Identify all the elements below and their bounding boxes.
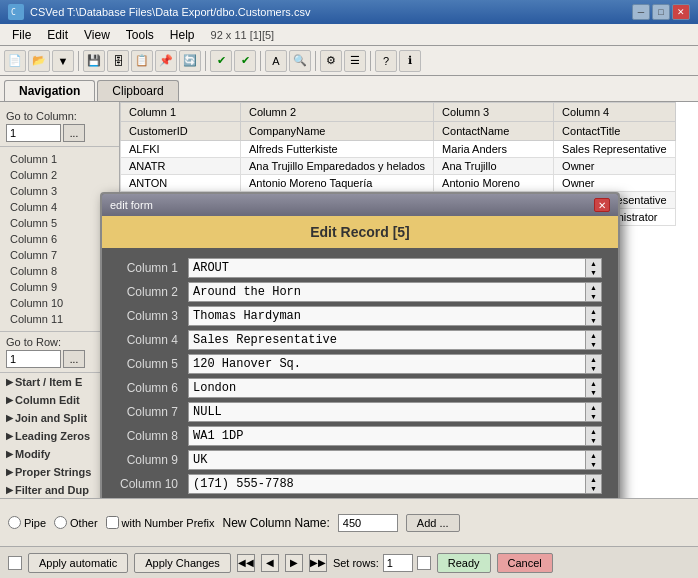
edit-input-wrap-2: ▲▼ [188, 282, 602, 302]
edit-spin-2[interactable]: ▲▼ [586, 282, 602, 302]
status-set-rows-input[interactable] [383, 554, 413, 572]
tab-clipboard[interactable]: Clipboard [97, 80, 178, 101]
new-column-name-input[interactable] [338, 514, 398, 532]
col-header-1[interactable]: Column 1 [121, 103, 241, 122]
section-proper-strings-label: Proper Strings [15, 466, 91, 478]
cell-1-1: ALFKI [121, 141, 241, 158]
paste-button[interactable]: 📌 [155, 50, 177, 72]
goto-column-input[interactable] [6, 124, 61, 142]
edit-input-wrap-9: ▲▼ [188, 450, 602, 470]
edit-spin-9[interactable]: ▲▼ [586, 450, 602, 470]
edit-spin-10[interactable]: ▲▼ [586, 474, 602, 494]
save2-button[interactable]: 🗄 [107, 50, 129, 72]
goto-column-button[interactable]: ... [63, 124, 85, 142]
info-button[interactable]: ℹ [399, 50, 421, 72]
window-controls: ─ □ ✕ [632, 4, 690, 20]
edit-input-2[interactable] [188, 282, 586, 302]
pipe-radio[interactable] [8, 516, 21, 529]
menu-help[interactable]: Help [162, 26, 203, 44]
status-apply-auto-button[interactable]: Apply automatic [28, 553, 128, 573]
number-prefix-checkbox[interactable] [106, 516, 119, 529]
goto-row-button[interactable]: ... [63, 350, 85, 368]
section-start-label: Start / Item E [15, 376, 82, 388]
edit-dialog-close-button[interactable]: ✕ [594, 198, 610, 212]
add-button[interactable]: Add ... [406, 514, 460, 532]
table-row: ALFKI Alfreds Futterkiste Maria Anders S… [121, 141, 676, 158]
toolbar-sep-1 [78, 51, 79, 71]
goto-row-input[interactable] [6, 350, 61, 368]
edit-input-7[interactable] [188, 402, 586, 422]
edit-input-4[interactable] [188, 330, 586, 350]
status-set-rows-group: Set rows: [333, 554, 431, 572]
edit-field-row-7: Column 7 ▲▼ [118, 402, 602, 422]
refresh-button[interactable]: 🔄 [179, 50, 201, 72]
column-list-item-2[interactable]: Column 2 [0, 167, 119, 183]
status-nav-first[interactable]: ◀◀ [237, 554, 255, 572]
edit-spin-5[interactable]: ▲▼ [586, 354, 602, 374]
row-header-row: CustomerID CompanyName ContactName Conta… [121, 122, 676, 141]
main-area: Go to Column: ... Column 1 Column 2 Colu… [0, 102, 698, 522]
edit-input-6[interactable] [188, 378, 586, 398]
menu-view[interactable]: View [76, 26, 118, 44]
status-ready-button[interactable]: Ready [437, 553, 491, 573]
edit-input-10[interactable] [188, 474, 586, 494]
other-radio[interactable] [54, 516, 67, 529]
cell-3-1: ANTON [121, 175, 241, 192]
edit-spin-4[interactable]: ▲▼ [586, 330, 602, 350]
menu-tools[interactable]: Tools [118, 26, 162, 44]
edit-spin-6[interactable]: ▲▼ [586, 378, 602, 398]
list-button[interactable]: ☰ [344, 50, 366, 72]
status-nav-next[interactable]: ▶ [285, 554, 303, 572]
column-list-item-1[interactable]: Column 1 [0, 151, 119, 167]
menu-edit[interactable]: Edit [39, 26, 76, 44]
check-button[interactable]: ✔ [210, 50, 232, 72]
edit-input-3[interactable] [188, 306, 586, 326]
status-auto-checkbox[interactable] [8, 556, 22, 570]
col-header-2[interactable]: Column 2 [241, 103, 434, 122]
open-dropdown-button[interactable]: ▼ [52, 50, 74, 72]
edit-input-1[interactable] [188, 258, 586, 278]
row-header-1: CustomerID [121, 122, 241, 141]
goto-row-input-row: ... [6, 350, 113, 368]
search-button[interactable]: 🔍 [289, 50, 311, 72]
status-nav-last[interactable]: ▶▶ [309, 554, 327, 572]
help-button[interactable]: ? [375, 50, 397, 72]
arrow-join-split: ▶ [6, 413, 13, 423]
goto-column-label: Go to Column: [6, 110, 113, 122]
toolbar: 📄 📂 ▼ 💾 🗄 📋 📌 🔄 ✔ ✔ A 🔍 ⚙ ☰ ? ℹ [0, 46, 698, 76]
status-cancel-button[interactable]: Cancel [497, 553, 553, 573]
new-button[interactable]: 📄 [4, 50, 26, 72]
row-header-4: ContactTitle [554, 122, 676, 141]
edit-input-5[interactable] [188, 354, 586, 374]
check2-button[interactable]: ✔ [234, 50, 256, 72]
edit-label-9: Column 9 [118, 453, 188, 467]
open-button[interactable]: 📂 [28, 50, 50, 72]
edit-input-wrap-3: ▲▼ [188, 306, 602, 326]
status-apply-changes-button[interactable]: Apply Changes [134, 553, 231, 573]
edit-spin-8[interactable]: ▲▼ [586, 426, 602, 446]
table-row: ANATR Ana Trujillo Emparedados y helados… [121, 158, 676, 175]
edit-spin-1[interactable]: ▲▼ [586, 258, 602, 278]
edit-spin-3[interactable]: ▲▼ [586, 306, 602, 326]
other-label: Other [70, 517, 98, 529]
goto-row-label: Go to Row: [6, 336, 113, 348]
col-header-4[interactable]: Column 4 [554, 103, 676, 122]
edit-input-9[interactable] [188, 450, 586, 470]
tab-navigation[interactable]: Navigation [4, 80, 95, 101]
status-nav-prev[interactable]: ◀ [261, 554, 279, 572]
copy-button[interactable]: 📋 [131, 50, 153, 72]
arrow-leading-zeros: ▶ [6, 431, 13, 441]
edit-input-8[interactable] [188, 426, 586, 446]
edit-spin-7[interactable]: ▲▼ [586, 402, 602, 422]
status-set-rows-checkbox[interactable] [417, 556, 431, 570]
format-button[interactable]: A [265, 50, 287, 72]
minimize-button[interactable]: ─ [632, 4, 650, 20]
save-button[interactable]: 💾 [83, 50, 105, 72]
settings-button[interactable]: ⚙ [320, 50, 342, 72]
edit-field-row-1: Column 1 ▲▼ [118, 258, 602, 278]
menu-file[interactable]: File [4, 26, 39, 44]
maximize-button[interactable]: □ [652, 4, 670, 20]
close-button[interactable]: ✕ [672, 4, 690, 20]
col-header-3[interactable]: Column 3 [434, 103, 554, 122]
row-header-2: CompanyName [241, 122, 434, 141]
